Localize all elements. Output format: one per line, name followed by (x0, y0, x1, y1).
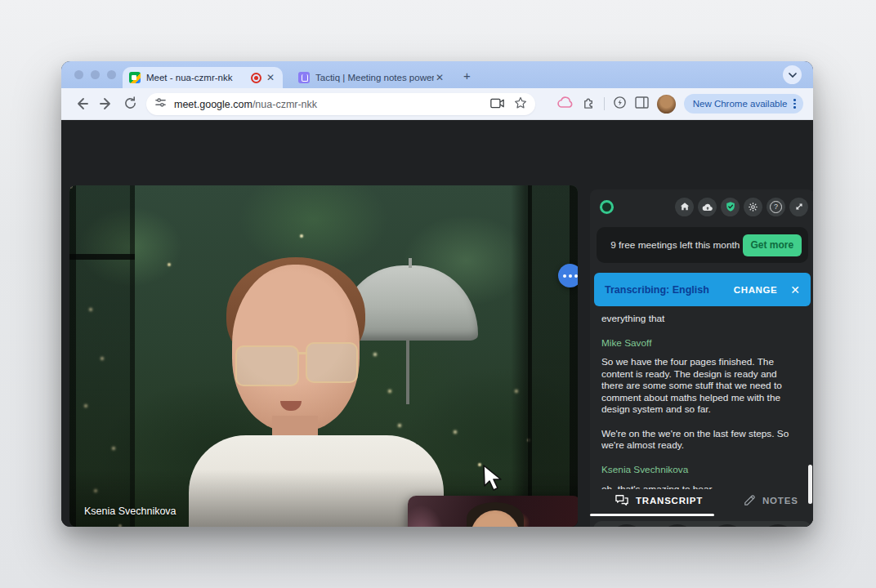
side-panel-icon[interactable] (635, 96, 649, 112)
tactiq-favicon-icon (298, 72, 310, 83)
tactiq-header: ? (590, 189, 813, 224)
screenshot-button[interactable] (709, 524, 745, 527)
transcript-text: So we have the four pages finished. The … (601, 356, 797, 416)
bookmark-star-icon[interactable] (514, 96, 527, 113)
help-icon[interactable]: ? (766, 198, 785, 216)
transcribing-bar: Transcribing: English CHANGE ✕ (594, 273, 811, 306)
tab-tactiq[interactable]: Tactiq | Meeting notes power ✕ (292, 67, 452, 88)
cloud-upload-icon[interactable] (698, 198, 717, 216)
speaker-name: Ksenia Svechnikova (601, 464, 797, 476)
zoom-window-button[interactable] (107, 70, 116, 79)
change-language-button[interactable]: CHANGE (734, 285, 777, 295)
close-window-button[interactable] (74, 70, 83, 79)
back-icon[interactable] (74, 96, 89, 114)
chrome-menu-icon[interactable] (789, 99, 800, 109)
recording-indicator-icon (251, 73, 261, 83)
expand-panel-icon[interactable] (789, 198, 808, 216)
extensions-puzzle-icon[interactable] (582, 96, 596, 113)
profile-avatar[interactable] (657, 95, 676, 114)
glasses-left-lens (235, 345, 299, 386)
umbrella-pole (406, 339, 409, 404)
tab-title: Tactiq | Meeting notes power (315, 73, 434, 82)
meet-content: Ksenia Svechnikova Mike Savoff nua-czmr-… (61, 120, 813, 527)
free-meetings-text: 9 free meetings left this month (608, 239, 743, 251)
pause-recording-button[interactable] (760, 524, 796, 527)
home-icon[interactable] (675, 198, 694, 216)
tactiq-panel: ? 9 free meetings left this month Get mo… (590, 189, 813, 527)
extensions-row: New Chrome available (557, 92, 803, 115)
toolbar-divider (604, 97, 605, 110)
transcribing-label: Transcribing: English (605, 284, 709, 296)
url-bar[interactable]: meet.google.com/nua-czmr-nkk (146, 93, 535, 115)
tactiq-tabs: TRANSCRIPT NOTES (590, 492, 813, 516)
transcript-text: oh, that's amazing to hear (601, 483, 797, 489)
active-tab-indicator (590, 514, 714, 516)
chrome-update-button[interactable]: New Chrome available (684, 94, 803, 114)
tactiq-extension-icon[interactable] (613, 96, 627, 113)
new-tab-button[interactable]: + (463, 69, 471, 82)
mouse-cursor (482, 465, 503, 496)
free-meetings-banner: 9 free meetings left this month Get more (597, 227, 808, 263)
transcript-area[interactable]: everything that Mike Savoff So we have t… (601, 310, 797, 489)
pencil-icon (744, 494, 756, 506)
forward-icon[interactable] (99, 96, 114, 114)
glasses-right-lens (306, 342, 358, 383)
help-glyph: ? (770, 201, 782, 213)
tab-transcript[interactable]: TRANSCRIPT (615, 494, 703, 506)
share-button[interactable] (609, 524, 645, 527)
google-docs-button[interactable] (659, 524, 695, 527)
pip-video-tile[interactable]: Mike Savoff (408, 496, 578, 527)
shield-check-icon[interactable] (721, 198, 740, 216)
camera-permission-icon[interactable] (490, 97, 504, 112)
meet-favicon-icon (129, 72, 141, 83)
url-host: meet.google.com (174, 99, 253, 110)
tab-notes[interactable]: NOTES (744, 494, 798, 506)
browser-window: Meet - nua-czmr-nkk ✕ Tactiq | Meeting n… (61, 61, 813, 527)
tab-search-chevron-icon[interactable] (783, 65, 802, 84)
settings-gear-icon[interactable] (744, 198, 762, 216)
pink-extension-icon[interactable] (557, 96, 574, 112)
close-tab-icon[interactable]: ✕ (434, 72, 445, 83)
tab-meet[interactable]: Meet - nua-czmr-nkk ✕ (123, 67, 283, 88)
tab-title: Meet - nua-czmr-nkk (146, 73, 248, 82)
tab-notes-label: NOTES (762, 496, 798, 506)
reload-icon[interactable] (123, 96, 137, 114)
tab-strip: Meet - nua-czmr-nkk ✕ Tactiq | Meeting n… (61, 61, 813, 88)
site-settings-icon[interactable] (154, 96, 167, 112)
chat-notification-bubble[interactable] (558, 264, 578, 287)
speaker-name: Mike Savoff (601, 337, 797, 350)
transcript-fragment: everything that (601, 313, 797, 325)
chat-icon (615, 494, 629, 506)
tactiq-logo-icon (600, 200, 614, 214)
close-tab-icon[interactable]: ✕ (265, 72, 276, 83)
main-video-tile[interactable]: Ksenia Svechnikova Mike Savoff (69, 185, 578, 527)
get-more-button[interactable]: Get more (743, 234, 802, 256)
browser-toolbar: meet.google.com/nua-czmr-nkk (61, 88, 813, 120)
url-path: /nua-czmr-nkk (253, 99, 317, 110)
glasses-bridge (297, 352, 307, 354)
tactiq-action-bar (593, 521, 811, 527)
chrome-update-label: New Chrome available (693, 99, 788, 109)
minimize-window-button[interactable] (91, 70, 100, 79)
tab-transcript-label: TRANSCRIPT (636, 496, 703, 506)
close-transcribing-icon[interactable]: ✕ (790, 283, 800, 296)
transcript-text: We're on the we're on the last few steps… (601, 428, 797, 452)
participant-name-label: Ksenia Svechnikova (84, 506, 177, 517)
